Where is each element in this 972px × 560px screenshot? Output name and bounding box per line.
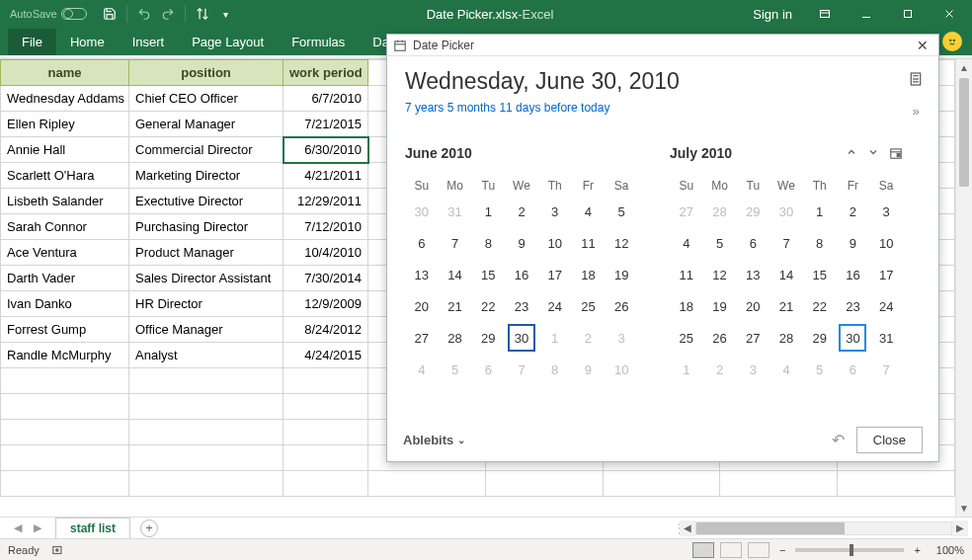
day-cell[interactable]: 30 — [770, 196, 803, 227]
day-cell[interactable]: 7 — [439, 227, 472, 259]
macro-record-icon[interactable] — [51, 543, 65, 557]
month-left-title[interactable]: June 2010 — [405, 145, 472, 161]
cell[interactable]: Sarah Connor — [1, 214, 129, 240]
zoom-out-icon[interactable]: − — [775, 544, 789, 556]
scroll-thumb[interactable] — [959, 78, 969, 187]
picker-close-icon[interactable]: ✕ — [913, 38, 932, 53]
tab-home[interactable]: Home — [56, 29, 119, 55]
day-cell[interactable]: 5 — [439, 354, 472, 385]
sheet-tab-active[interactable]: staff list — [55, 518, 130, 540]
day-cell[interactable]: 21 — [439, 290, 472, 322]
undo-icon[interactable]: ↶ — [832, 431, 845, 449]
day-cell[interactable]: 7 — [505, 354, 538, 385]
scroll-down-icon[interactable]: ▼ — [956, 500, 972, 517]
close-window-icon[interactable] — [931, 2, 968, 26]
day-cell[interactable]: 17 — [869, 259, 903, 290]
day-cell[interactable]: 13 — [405, 259, 439, 290]
cell[interactable] — [284, 420, 368, 445]
cell[interactable]: 7/30/2014 — [284, 266, 368, 291]
day-cell[interactable]: 15 — [803, 259, 837, 290]
close-button[interactable]: Close — [856, 427, 923, 453]
cell[interactable]: 7/21/2015 — [284, 112, 368, 137]
day-cell[interactable]: 10 — [538, 227, 572, 259]
day-cell[interactable]: 1 — [670, 354, 703, 385]
day-cell[interactable]: 8 — [803, 227, 837, 259]
cell[interactable]: Darth Vader — [1, 266, 129, 291]
add-sheet-icon[interactable]: + — [140, 520, 158, 537]
hscroll-left-icon[interactable]: ◀ — [680, 520, 695, 536]
cell[interactable]: 7/12/2010 — [284, 214, 368, 240]
day-cell[interactable]: 6 — [837, 354, 870, 385]
cell[interactable]: Chief CEO Officer — [129, 86, 284, 112]
day-cell[interactable]: 10 — [869, 227, 903, 259]
day-cell[interactable]: 21 — [770, 290, 803, 322]
restore-icon[interactable] — [889, 2, 927, 26]
day-cell[interactable]: 20 — [736, 290, 770, 322]
cell[interactable]: 10/4/2010 — [284, 240, 368, 266]
cell[interactable] — [129, 394, 284, 420]
cell[interactable]: Annie Hall — [1, 137, 129, 163]
cell[interactable]: 6/7/2010 — [284, 86, 368, 112]
day-cell[interactable]: 30 — [839, 324, 866, 352]
column-header[interactable]: position — [129, 60, 284, 86]
day-cell[interactable]: 16 — [837, 259, 870, 290]
day-cell[interactable]: 9 — [837, 227, 870, 259]
day-cell[interactable]: 12 — [703, 259, 737, 290]
cell[interactable]: Randle McMurphy — [1, 343, 129, 368]
day-cell[interactable]: 31 — [869, 322, 903, 354]
day-cell[interactable]: 5 — [803, 354, 837, 385]
view-normal-icon[interactable] — [692, 542, 714, 558]
day-cell[interactable]: 22 — [471, 290, 505, 322]
day-cell[interactable]: 7 — [869, 354, 903, 385]
column-header[interactable]: name — [1, 60, 129, 86]
day-cell[interactable]: 11 — [670, 259, 703, 290]
cell[interactable] — [1, 471, 129, 497]
cell[interactable]: Exectutive Director — [129, 189, 284, 214]
cell[interactable]: 12/29/2011 — [284, 189, 368, 214]
day-cell[interactable]: 22 — [803, 290, 837, 322]
day-cell[interactable]: 3 — [869, 196, 903, 227]
day-cell[interactable]: 5 — [703, 227, 737, 259]
cell[interactable] — [720, 471, 838, 497]
hscroll-right-icon[interactable]: ▶ — [952, 520, 968, 536]
feedback-smiley-icon[interactable] — [942, 32, 962, 51]
day-cell[interactable]: 26 — [605, 290, 638, 322]
day-cell[interactable]: 10 — [605, 354, 638, 385]
cell[interactable] — [284, 471, 368, 497]
cell[interactable] — [284, 445, 368, 471]
cell[interactable]: HR Director — [129, 291, 284, 317]
prev-month-icon[interactable] — [846, 146, 857, 160]
day-cell[interactable]: 25 — [572, 290, 606, 322]
ribbon-display-icon[interactable] — [806, 2, 844, 26]
day-cell[interactable]: 6 — [405, 227, 439, 259]
cell[interactable]: Wednesday Addams — [1, 86, 129, 112]
day-cell[interactable]: 2 — [572, 322, 606, 354]
day-cell[interactable]: 4 — [770, 354, 803, 385]
next-month-icon[interactable] — [867, 146, 879, 160]
view-page-layout-icon[interactable] — [720, 542, 742, 558]
day-cell[interactable]: 20 — [405, 290, 439, 322]
cell[interactable]: 6/30/2010 — [284, 137, 368, 163]
day-cell[interactable]: 1 — [471, 196, 505, 227]
nav-prev-icon[interactable]: ◀ — [8, 521, 28, 534]
signin-link[interactable]: Sign in — [743, 7, 802, 22]
day-cell[interactable]: 3 — [538, 196, 572, 227]
day-cell[interactable]: 14 — [770, 259, 803, 290]
day-cell[interactable]: 1 — [538, 322, 572, 354]
cell[interactable]: Ivan Danko — [1, 291, 129, 317]
day-cell[interactable]: 13 — [736, 259, 770, 290]
day-cell[interactable]: 4 — [572, 196, 606, 227]
cell[interactable] — [284, 394, 368, 420]
day-cell[interactable]: 15 — [471, 259, 505, 290]
day-cell[interactable]: 28 — [703, 196, 737, 227]
cell[interactable] — [1, 420, 129, 445]
cell[interactable]: 8/24/2012 — [284, 317, 368, 343]
day-cell[interactable]: 27 — [405, 322, 439, 354]
cell[interactable]: Product Manager — [129, 240, 284, 266]
day-cell[interactable]: 2 — [505, 196, 538, 227]
day-cell[interactable]: 29 — [803, 322, 837, 354]
cell[interactable] — [129, 445, 284, 471]
day-cell[interactable]: 25 — [670, 322, 703, 354]
cell[interactable] — [1, 394, 129, 420]
day-cell[interactable]: 27 — [670, 196, 703, 227]
